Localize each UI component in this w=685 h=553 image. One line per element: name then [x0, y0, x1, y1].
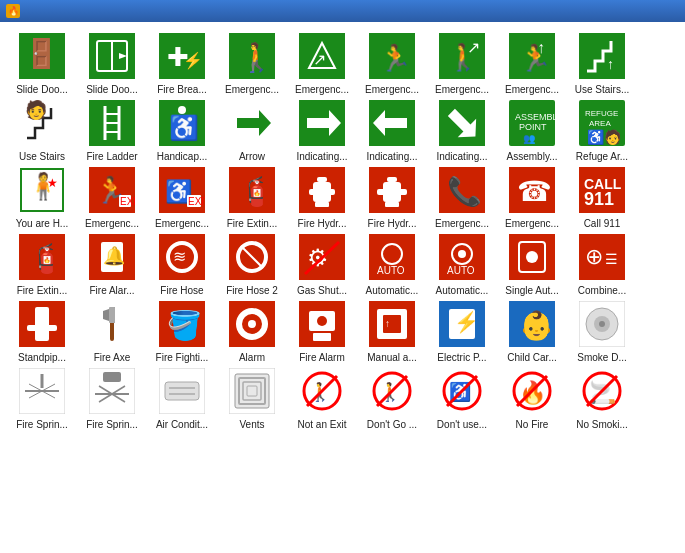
svg-rect-70 — [315, 202, 329, 207]
icon-wrap-fire-extinguisher2: 🧯 — [16, 231, 68, 283]
icon-wrap-fire-alarm2 — [296, 298, 348, 350]
icon-cell-emergency-exit3[interactable]: 🏃Emergenc... — [358, 30, 426, 95]
icon-cell-no-fire[interactable]: 🔥No Fire — [498, 365, 566, 430]
icon-cell-emergency-exit-wheel[interactable]: ♿EXITEmergenc... — [148, 164, 216, 229]
icon-cell-fire-break-glass[interactable]: ✚⚡Fire Brea... — [148, 30, 216, 95]
icon-cell-indicating3[interactable]: Indicating... — [428, 97, 496, 162]
icon-cell-indicating1[interactable]: Indicating... — [288, 97, 356, 162]
icon-cell-electric-panel[interactable]: ⚡Electric P... — [428, 298, 496, 363]
icon-cell-fire-sprinkler[interactable]: Fire Sprin... — [8, 365, 76, 430]
icon-wrap-spacer2 — [646, 97, 685, 149]
icon-wrap-manual-alarm: ↑ — [366, 298, 418, 350]
icon-cell-air-condition[interactable]: Air Condit... — [148, 365, 216, 430]
icon-cell-fire-extinguisher[interactable]: 🧯Fire Extin... — [218, 164, 286, 229]
svg-text:⚡: ⚡ — [183, 51, 203, 70]
icon-cell-assembly[interactable]: ASSEMBLYPOINT👥Assembly... — [498, 97, 566, 162]
svg-text:👥: 👥 — [523, 132, 536, 145]
icon-wrap-emergency-exit1: 🚶 — [226, 30, 278, 82]
icon-label-emergency-exit3: Emergenc... — [359, 84, 425, 95]
icon-cell-call-911[interactable]: CALL911Call 911 — [568, 164, 636, 229]
icon-wrap-fire-hydrant2 — [366, 164, 418, 216]
icon-wrap-single-auto — [506, 231, 558, 283]
icon-cell-alarm-bell[interactable]: Alarm — [218, 298, 286, 363]
icon-cell-fire-sprinkler2[interactable]: Fire Sprin... — [78, 365, 146, 430]
icon-label-emergency-exit-wheel: Emergenc... — [149, 218, 215, 229]
icon-cell-use-stairs-up[interactable]: ↑Use Stairs... — [568, 30, 636, 95]
icon-cell-gas-shut[interactable]: ⚙Gas Shut... — [288, 231, 356, 296]
icon-cell-automatic2[interactable]: AUTOAutomatic... — [428, 231, 496, 296]
svg-rect-69 — [327, 189, 335, 195]
icon-cell-dont-use[interactable]: ♿Don't use... — [428, 365, 496, 430]
icon-cell-arrow[interactable]: Arrow — [218, 97, 286, 162]
icon-cell-spacer4 — [638, 231, 685, 296]
icon-cell-fire-axe[interactable]: Fire Axe — [78, 298, 146, 363]
icon-cell-vents[interactable]: Vents — [218, 365, 286, 430]
icon-wrap-arrow — [226, 97, 278, 149]
icon-cell-fire-ladder[interactable]: Fire Ladder — [78, 97, 146, 162]
icon-cell-handicap[interactable]: ♿Handicap... — [148, 97, 216, 162]
icon-cell-slide-door-right[interactable]: Slide Doo... — [78, 30, 146, 95]
icon-cell-emergency-exit4[interactable]: 🚶↗Emergenc... — [428, 30, 496, 95]
icon-cell-fire-extinguisher2[interactable]: 🧯Fire Extin... — [8, 231, 76, 296]
svg-rect-157 — [235, 374, 269, 408]
icon-wrap-fire-fighting: 🪣 — [156, 298, 208, 350]
icon-label-vents: Vents — [219, 419, 285, 430]
svg-text:★: ★ — [47, 176, 58, 190]
icon-label-not-an-exit: Not an Exit — [289, 419, 355, 430]
icon-wrap-indicating3 — [436, 97, 488, 149]
icon-cell-combined[interactable]: ⊕☰Combine... — [568, 231, 636, 296]
icon-cell-manual-alarm[interactable]: ↑Manual a... — [358, 298, 426, 363]
icon-wrap-dont-go: 🚶 — [366, 365, 418, 417]
svg-text:EXIT: EXIT — [120, 196, 135, 207]
icon-cell-automatic1[interactable]: AUTOAutomatic... — [358, 231, 426, 296]
icon-wrap-assembly: ASSEMBLYPOINT👥 — [506, 97, 558, 149]
icon-wrap-indicating2 — [366, 97, 418, 149]
icon-cell-refuge-area[interactable]: REFUGEAREA♿🧑Refuge Ar... — [568, 97, 636, 162]
icon-cell-child-care[interactable]: 👶Child Car... — [498, 298, 566, 363]
icon-wrap-use-stairs-up: ↑ — [576, 30, 628, 82]
icon-cell-not-an-exit[interactable]: 🚶Not an Exit — [288, 365, 356, 430]
icon-label-emergency-phone: Emergenc... — [429, 218, 495, 229]
icon-cell-smoke-detector[interactable]: Smoke D... — [568, 298, 636, 363]
icon-cell-slide-door-left[interactable]: 🚪Slide Doo... — [8, 30, 76, 95]
icon-label-fire-sprinkler: Fire Sprin... — [9, 419, 75, 430]
svg-text:♿: ♿ — [169, 113, 199, 142]
svg-text:🚪: 🚪 — [24, 37, 59, 70]
icon-wrap-fire-hose: ≋ — [156, 231, 208, 283]
icon-label-fire-break-glass: Fire Brea... — [149, 84, 215, 95]
icon-cell-dont-go[interactable]: 🚶Don't Go ... — [358, 365, 426, 430]
icon-cell-no-smoking[interactable]: 🚬No Smoki... — [568, 365, 636, 430]
icon-cell-emergency-phone[interactable]: 📞Emergenc... — [428, 164, 496, 229]
icon-cell-indicating2[interactable]: Indicating... — [358, 97, 426, 162]
icon-label-emergency-exit2: Emergenc... — [289, 84, 355, 95]
icon-wrap-fire-sprinkler2 — [86, 365, 138, 417]
icon-cell-fire-alarm[interactable]: 🔔Fire Alar... — [78, 231, 146, 296]
svg-text:☎: ☎ — [517, 176, 552, 207]
icon-wrap-fire-alarm: 🔔 — [86, 231, 138, 283]
icon-label-emergency-exit4: Emergenc... — [429, 84, 495, 95]
icon-cell-fire-hydrant2[interactable]: Fire Hydr... — [358, 164, 426, 229]
icon-cell-emergency-exit2[interactable]: ↗Emergenc... — [288, 30, 356, 95]
svg-point-124 — [248, 320, 256, 328]
icon-cell-emergency-exit1[interactable]: 🚶Emergenc... — [218, 30, 286, 95]
icon-cell-spacer1 — [638, 30, 685, 95]
icon-cell-emergency-exit-run[interactable]: 🏃EXITEmergenc... — [78, 164, 146, 229]
svg-text:🏃: 🏃 — [519, 42, 552, 74]
icon-cell-emergency-exit5[interactable]: 🏃↑Emergenc... — [498, 30, 566, 95]
svg-rect-113 — [27, 325, 39, 331]
icon-cell-fire-hydrant1[interactable]: Fire Hydr... — [288, 164, 356, 229]
svg-text:📞: 📞 — [447, 175, 482, 208]
icon-cell-fire-hose[interactable]: ≋Fire Hose — [148, 231, 216, 296]
icon-cell-emergency-phone2[interactable]: ☎Emergenc... — [498, 164, 566, 229]
icon-cell-use-stairs[interactable]: 🧑Use Stairs — [8, 97, 76, 162]
icon-cell-fire-hose2[interactable]: Fire Hose 2 — [218, 231, 286, 296]
icon-cell-single-auto[interactable]: Single Aut... — [498, 231, 566, 296]
icon-cell-standpipe[interactable]: Standpip... — [8, 298, 76, 363]
icon-cell-you-are-here[interactable]: 🧍★You are H... — [8, 164, 76, 229]
svg-point-107 — [526, 251, 538, 263]
svg-text:↑: ↑ — [537, 39, 545, 56]
icon-cell-fire-alarm2[interactable]: Fire Alarm — [288, 298, 356, 363]
icon-cell-fire-fighting[interactable]: 🪣Fire Fighti... — [148, 298, 216, 363]
icon-wrap-emergency-phone2: ☎ — [506, 164, 558, 216]
title-bar: 🔥 — [0, 0, 685, 22]
